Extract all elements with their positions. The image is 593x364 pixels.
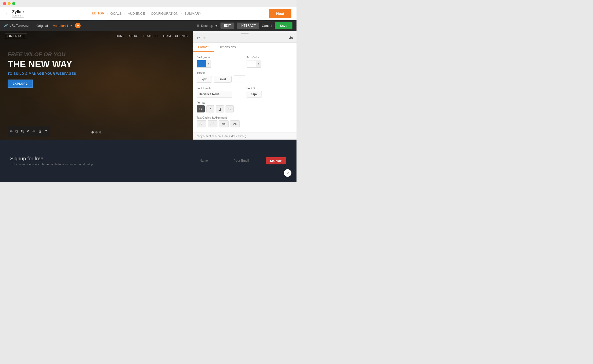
dot-1[interactable] (91, 131, 94, 133)
variation-dropdown-arrow: ▼ (70, 24, 72, 27)
secondary-right: 🖥 Desktop ▼ EDIT INTERACT Cancel Save (196, 22, 292, 29)
border-style-input[interactable] (214, 76, 232, 83)
website-nav: ONEPAGE HOME ABOUT FEATURES TEAM CLIENTS (0, 31, 193, 41)
next-button[interactable]: Next (269, 9, 291, 18)
hero-faded-text: FREE WILOF OR YOU (8, 51, 126, 58)
link-element-icon[interactable]: ⛓ (20, 129, 25, 134)
drag-handle (241, 33, 249, 34)
panel-actions: ↩ ↪ (197, 35, 206, 40)
menu-team: TEAM (163, 34, 171, 37)
font-family-label: Font Family (197, 87, 243, 90)
signup-button[interactable]: SIGNUP (266, 157, 286, 164)
main-area: ONEPAGE HOME ABOUT FEATURES TEAM CLIENTS… (0, 31, 296, 182)
signup-email-input[interactable] (232, 157, 265, 164)
close-button[interactable] (3, 2, 6, 5)
background-color-swatch[interactable]: ▾ (197, 60, 211, 68)
background-color-dropdown[interactable]: ▾ (206, 60, 211, 67)
nav-steps: EDITOR › GOALS › AUDIENCE › CONFIGURATIO… (89, 7, 204, 20)
casing-buttons: Ab AB Ab Ab (197, 120, 293, 127)
step-editor[interactable]: EDITOR (89, 7, 107, 20)
text-color-dropdown[interactable]: ▾ (256, 60, 261, 67)
signup-name-input[interactable] (197, 157, 230, 164)
uppercase-button[interactable]: AB (208, 120, 217, 127)
brand-name: Zylker (12, 10, 24, 14)
visibility-icon[interactable]: 👁 (31, 129, 36, 134)
help-button[interactable]: ? (284, 169, 291, 177)
menu-clients: CLIENTS (175, 34, 188, 37)
menu-features: FEATURES (143, 34, 159, 37)
color-section: Background ▾ Text Color ▾ (197, 56, 293, 71)
edit-icon[interactable]: ✏ (9, 129, 14, 134)
step-configuration[interactable]: CONFIGURATION (149, 12, 181, 15)
redo-button[interactable]: ↪ (202, 35, 206, 40)
right-panel: ↩ ↪ Js Format Dimensions Background ▾ (193, 31, 297, 140)
bold-button[interactable]: B (197, 105, 205, 112)
tab-original[interactable]: Original (34, 23, 50, 29)
mixed-case-button[interactable]: Ab (219, 120, 229, 127)
border-width-input[interactable] (197, 76, 212, 83)
font-section: Font Family Font Size (197, 87, 293, 101)
website-menu: HOME ABOUT FEATURES TEAM CLIENTS (116, 34, 188, 37)
format-prop: Format B I U S (197, 101, 293, 112)
explore-button[interactable]: EXPLORE (8, 80, 33, 88)
border-color-box (234, 76, 245, 83)
title-bar (0, 0, 296, 7)
duplicate-icon[interactable]: ⧉ (15, 129, 19, 134)
text-color-label: Text Color (247, 56, 293, 59)
signup-text: Signup for free To try the most advanced… (10, 156, 93, 166)
dot-3[interactable] (99, 131, 101, 133)
save-button[interactable]: Save (275, 22, 292, 29)
interact-button[interactable]: INTERACT (237, 23, 259, 29)
url-targeting[interactable]: 🔗 URL Targeting (4, 24, 32, 27)
font-family-input[interactable] (197, 91, 232, 98)
tab-variation[interactable]: Variation 1 ▼ (50, 23, 75, 29)
maximize-button[interactable] (12, 2, 15, 5)
element-toolbar: ✏ ⧉ ⛓ ✥ 👁 🗑 ⚙ (8, 126, 50, 137)
dot-2[interactable] (95, 131, 98, 133)
settings-element-icon[interactable]: ⚙ (44, 129, 48, 134)
add-variation-button[interactable]: + (75, 23, 81, 28)
hero-content: FREE WILOF OR YOU THE NEW WAY TO BUILD &… (8, 51, 126, 88)
sentence-case-button[interactable]: Ab (197, 120, 206, 127)
edit-button[interactable]: EDIT (220, 23, 234, 29)
border-color-swatch[interactable] (234, 75, 245, 83)
step-summary[interactable]: SUMMARY (182, 12, 204, 15)
tab-dimensions[interactable]: Dimensions (214, 43, 241, 52)
background-prop: Background ▾ (197, 56, 243, 68)
lowercase-button[interactable]: Ab (230, 120, 240, 127)
tab-format[interactable]: Format (193, 43, 214, 52)
breadcrumb-element[interactable]: a (245, 135, 246, 138)
back-button[interactable]: ← (5, 11, 9, 16)
cancel-button[interactable]: Cancel (262, 24, 272, 28)
link-icon: 🔗 (4, 24, 8, 27)
device-selector[interactable]: 🖥 Desktop ▼ (196, 24, 218, 28)
brand: Zylker DRAFT (12, 10, 24, 18)
signup-section: Signup for free To try the most advanced… (0, 140, 296, 182)
website-logo: ONEPAGE (5, 33, 27, 39)
background-controls: ▾ (197, 60, 243, 68)
strikethrough-button[interactable]: S (226, 105, 234, 112)
hero-subtitle: TO BUILD & MANAGE YOUR WEBPAGES (8, 71, 126, 76)
text-color-box (247, 60, 256, 67)
casing-label: Text Casing & Alignment (197, 116, 293, 119)
font-size-label: Font Size (247, 87, 293, 90)
border-label: Border (197, 71, 293, 74)
delete-icon[interactable]: 🗑 (38, 129, 43, 134)
signup-form: SIGNUP (197, 157, 286, 164)
text-color-swatch[interactable]: ▾ (247, 60, 261, 68)
menu-about: ABOUT (129, 34, 139, 37)
hero-title: THE NEW WAY (8, 59, 126, 69)
undo-button[interactable]: ↩ (197, 35, 200, 40)
text-color-controls: ▾ (247, 60, 293, 68)
secondary-left: 🔗 URL Targeting Original Variation 1 ▼ + (4, 23, 81, 29)
step-audience[interactable]: AUDIENCE (125, 12, 147, 15)
font-size-input[interactable] (247, 91, 262, 98)
font-family-prop: Font Family (197, 87, 243, 98)
step-goals[interactable]: GOALS (108, 12, 124, 15)
italic-button[interactable]: I (206, 105, 214, 112)
underline-button[interactable]: U (216, 105, 224, 112)
move-icon[interactable]: ✥ (26, 129, 30, 134)
url-targeting-label: URL Targeting (9, 24, 29, 27)
font-size-prop: Font Size (247, 87, 293, 98)
minimize-button[interactable] (8, 2, 11, 5)
